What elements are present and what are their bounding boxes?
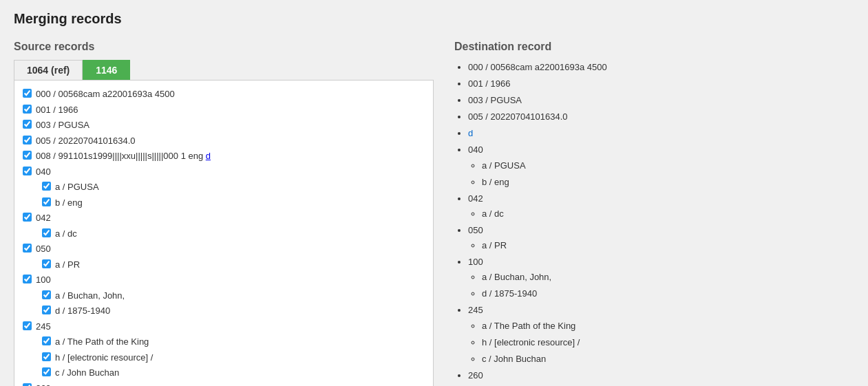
source-subitem-checkbox[interactable] bbox=[42, 197, 51, 206]
source-subitem-row: d / 1875-1940 bbox=[23, 304, 425, 318]
source-subitem-checkbox[interactable] bbox=[42, 352, 51, 361]
dest-subitem: a / PGUSA bbox=[482, 158, 854, 173]
dest-subitem: h / [electronic resource] / bbox=[482, 335, 854, 350]
source-item-row: 000 / 00568cam a22001693a 4500 bbox=[23, 87, 425, 101]
source-subitem-checkbox[interactable] bbox=[42, 182, 51, 191]
source-item-row: 003 / PGUSA bbox=[23, 118, 425, 132]
source-panel[interactable]: 000 / 00568cam a22001693a 4500001 / 1966… bbox=[14, 80, 434, 386]
source-item-text: 245 bbox=[36, 320, 51, 334]
dest-item: 050a / PR bbox=[468, 223, 854, 253]
dest-sublist: a / dc bbox=[468, 206, 854, 222]
source-subitem-text: a / Buchan, John, bbox=[55, 289, 125, 303]
source-item-text: 040 bbox=[36, 165, 51, 179]
dest-subitem: b / Project Gutenberg, bbox=[482, 383, 854, 386]
source-item: 008 / 991101s1999||||xxu|||||s|||||000 1… bbox=[23, 149, 425, 163]
dest-column: Destination record 000 / 00568cam a22001… bbox=[454, 41, 854, 386]
source-item-text: 005 / 20220704101634.0 bbox=[36, 134, 136, 148]
source-item: 100a / Buchan, John,d / 1875-1940 bbox=[23, 273, 425, 318]
dest-item: 003 / PGUSA bbox=[468, 93, 854, 108]
dest-item: 245a / The Path of the Kingh / [electron… bbox=[468, 303, 854, 366]
source-subitem-checkbox[interactable] bbox=[42, 367, 51, 376]
dest-item-link[interactable]: d bbox=[468, 128, 473, 138]
source-item-row: 042 bbox=[23, 211, 425, 225]
source-subitem-checkbox[interactable] bbox=[42, 228, 51, 237]
dest-subitem: d / 1875-1940 bbox=[482, 286, 854, 301]
dest-item: 001 / 1966 bbox=[468, 76, 854, 92]
source-subitem-checkbox[interactable] bbox=[42, 259, 51, 268]
source-subitem-row: c / John Buchan bbox=[23, 366, 425, 380]
source-column: Source records 1064 (ref) 1146 000 / 005… bbox=[14, 41, 434, 386]
tabs-container: 1064 (ref) 1146 bbox=[14, 60, 434, 80]
source-subitem-row: a / dc bbox=[23, 227, 425, 241]
source-item: 260b / Project Gutenberg,c / 1999 bbox=[23, 382, 425, 387]
source-item-checkbox[interactable] bbox=[23, 275, 32, 283]
source-item-text: 000 / 00568cam a22001693a 4500 bbox=[36, 87, 175, 101]
source-item-checkbox[interactable] bbox=[23, 120, 32, 129]
dest-item: d bbox=[468, 126, 854, 141]
source-title: Source records bbox=[14, 41, 434, 53]
source-item: 001 / 1966 bbox=[23, 103, 425, 117]
source-item-checkbox[interactable] bbox=[23, 151, 32, 160]
source-item-checkbox[interactable] bbox=[23, 213, 32, 222]
source-item-checkbox[interactable] bbox=[23, 105, 32, 114]
source-subitem-text: b / eng bbox=[55, 196, 83, 210]
dest-subitem: a / PR bbox=[482, 238, 854, 253]
dest-sublist: a / The Path of the Kingh / [electronic … bbox=[468, 319, 854, 367]
source-item-checkbox[interactable] bbox=[23, 136, 32, 144]
source-item-row: 100 bbox=[23, 273, 425, 287]
source-subitem-row: a / The Path of the King bbox=[23, 335, 425, 349]
page-title: Merging records bbox=[14, 11, 854, 27]
page-container: Merging records Source records 1064 (ref… bbox=[0, 0, 868, 386]
source-subitem-text: c / John Buchan bbox=[55, 366, 119, 380]
source-item-text: 042 bbox=[36, 211, 51, 225]
source-subitem-row: b / eng bbox=[23, 196, 425, 210]
source-subitem-checkbox[interactable] bbox=[42, 336, 51, 345]
source-item: 005 / 20220704101634.0 bbox=[23, 134, 425, 148]
source-item-checkbox[interactable] bbox=[23, 244, 32, 253]
tab-1064[interactable]: 1064 (ref) bbox=[14, 60, 83, 80]
source-item-checkbox[interactable] bbox=[23, 321, 32, 330]
dest-subitem: b / eng bbox=[482, 175, 854, 190]
source-subitem-checkbox[interactable] bbox=[42, 305, 51, 314]
source-subitem-text: h / [electronic resource] / bbox=[55, 351, 153, 365]
source-subitem-text: a / dc bbox=[55, 227, 77, 241]
source-subitem-text: a / PR bbox=[55, 258, 80, 272]
source-item-row: 040 bbox=[23, 165, 425, 179]
source-item: 042a / dc bbox=[23, 211, 425, 240]
tab-1146[interactable]: 1146 bbox=[83, 60, 130, 80]
source-subitem-checkbox[interactable] bbox=[42, 290, 51, 299]
columns-layout: Source records 1064 (ref) 1146 000 / 005… bbox=[14, 41, 854, 386]
dest-sublist: a / PGUSAb / eng bbox=[468, 158, 854, 190]
source-item-row: 260 bbox=[23, 382, 425, 387]
source-item-checkbox[interactable] bbox=[23, 89, 32, 98]
source-item-text: 100 bbox=[36, 273, 51, 287]
source-subitem-row: a / Buchan, John, bbox=[23, 289, 425, 303]
source-item: 040a / PGUSAb / eng bbox=[23, 165, 425, 210]
source-item-checkbox[interactable] bbox=[23, 167, 32, 175]
source-item-link[interactable]: d bbox=[206, 151, 211, 161]
source-item-text: 001 / 1966 bbox=[36, 103, 78, 117]
source-item: 000 / 00568cam a22001693a 4500 bbox=[23, 87, 425, 101]
source-subitem-row: h / [electronic resource] / bbox=[23, 351, 425, 365]
dest-item: 005 / 20220704101634.0 bbox=[468, 109, 854, 125]
dest-subitem: a / dc bbox=[482, 206, 854, 222]
dest-item: 042a / dc bbox=[468, 191, 854, 222]
source-subitem-row: a / PR bbox=[23, 258, 425, 272]
dest-item: 000 / 00568cam a22001693a 4500 bbox=[468, 60, 854, 75]
dest-item: 040a / PGUSAb / eng bbox=[468, 142, 854, 189]
dest-title: Destination record bbox=[454, 41, 854, 53]
source-item: 245a / The Path of the Kingh / [electron… bbox=[23, 320, 425, 380]
source-item-row: 008 / 991101s1999||||xxu|||||s|||||000 1… bbox=[23, 149, 425, 163]
source-subitem-text: a / PGUSA bbox=[55, 180, 99, 194]
source-item: 003 / PGUSA bbox=[23, 118, 425, 132]
dest-sublist: a / Buchan, John,d / 1875-1940 bbox=[468, 270, 854, 301]
source-item-text: 008 / 991101s1999||||xxu|||||s|||||000 1… bbox=[36, 149, 211, 163]
source-item-row: 001 / 1966 bbox=[23, 103, 425, 117]
source-item-row: 245 bbox=[23, 320, 425, 334]
source-list: 000 / 00568cam a22001693a 4500001 / 1966… bbox=[23, 87, 425, 386]
source-item-row: 005 / 20220704101634.0 bbox=[23, 134, 425, 148]
dest-sublist: b / Project Gutenberg,c / 1999 bbox=[468, 383, 854, 386]
dest-sublist: a / PR bbox=[468, 238, 854, 253]
source-item-text: 260 bbox=[36, 382, 51, 387]
source-item-checkbox[interactable] bbox=[23, 383, 32, 387]
